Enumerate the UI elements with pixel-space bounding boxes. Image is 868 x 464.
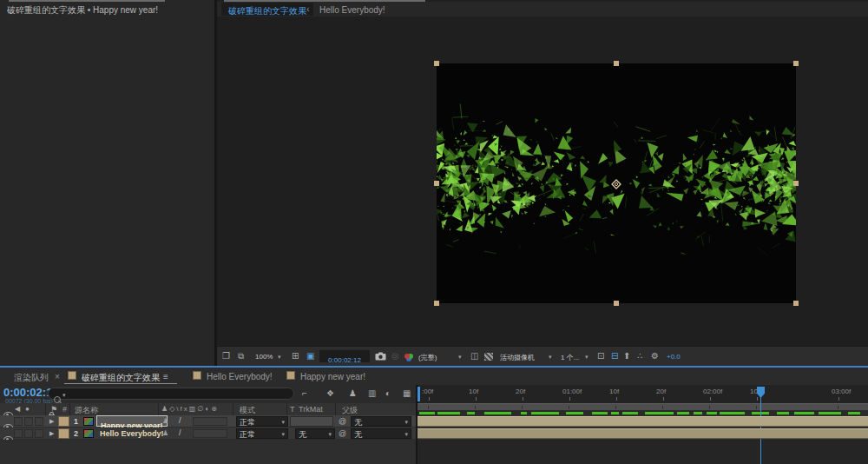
- zoom-level-dropdown[interactable]: 100%: [255, 353, 273, 361]
- fast-previews-gear-icon[interactable]: ⚙: [651, 352, 659, 361]
- viewer-tab-active-label: 破碎重组的文字效果: [228, 6, 306, 16]
- view-count-dropdown[interactable]: 1 个...: [561, 353, 579, 362]
- layer-bar-2[interactable]: [418, 428, 868, 439]
- search-input[interactable]: ▾: [48, 388, 294, 400]
- layer-label-color[interactable]: [58, 416, 69, 427]
- grid-guides-icon[interactable]: ⊞: [292, 352, 299, 361]
- panel-menu-icon[interactable]: ≡: [163, 372, 168, 381]
- selection-handle[interactable]: [434, 61, 439, 66]
- ruler-label: 10f: [609, 388, 619, 395]
- shy-switch-icon[interactable]: ♟: [162, 417, 168, 425]
- mode-dropdown[interactable]: 正常 ▾: [236, 428, 288, 439]
- parent-pickwhip-icon[interactable]: @: [339, 417, 346, 426]
- mode-caret-icon: ▾: [281, 429, 285, 440]
- monitor-icon[interactable]: ⧉: [238, 352, 244, 361]
- composition-flowchart-icon[interactable]: ∴: [637, 352, 642, 361]
- cache-dash: [707, 412, 717, 414]
- motion-blur-icon[interactable]: ◐: [385, 389, 391, 398]
- layer-name[interactable]: Hello Everybody!: [100, 429, 164, 438]
- selection-handle[interactable]: [614, 61, 619, 66]
- ruler-tick: [710, 397, 711, 401]
- time-ruler[interactable]: :00f10f20f01:00f10f20f02:00f10f03:00f: [418, 385, 868, 403]
- selection-handle[interactable]: [434, 181, 439, 186]
- parent-pickwhip-icon[interactable]: @: [339, 429, 346, 438]
- quality-switch-icon[interactable]: /: [179, 428, 181, 437]
- pixel-aspect-icon[interactable]: ⊟: [611, 352, 618, 361]
- layer-bar-1[interactable]: [418, 416, 868, 427]
- cache-dash: [566, 412, 583, 414]
- t-column-header[interactable]: T: [290, 405, 295, 414]
- number-column-header[interactable]: #: [62, 405, 67, 414]
- graph-editor-icon[interactable]: ▦: [403, 389, 411, 398]
- timeline-track-area[interactable]: [418, 440, 868, 464]
- region-of-interest-icon[interactable]: ◫: [470, 352, 478, 361]
- cache-dash: [611, 412, 620, 414]
- expand-arrow-icon[interactable]: ▶: [49, 418, 54, 425]
- exposure-value[interactable]: +0.0: [667, 353, 681, 361]
- composition-frame[interactable]: [437, 63, 796, 303]
- work-area-tick: [662, 406, 663, 409]
- hide-shy-layers-icon[interactable]: ♟: [349, 389, 357, 398]
- selection-handle[interactable]: [793, 61, 799, 66]
- tab-render-queue[interactable]: 渲染队列: [14, 372, 49, 384]
- frame-blending-icon[interactable]: ▥: [368, 389, 376, 398]
- mode-value: 正常: [240, 430, 255, 439]
- camera-view-dropdown[interactable]: 活动摄像机: [500, 353, 535, 362]
- timeline-tab-bar: 渲染队列 × 破碎重组的文字效果 ≡ Hello Everybody! Happ…: [0, 368, 868, 385]
- trkmat-column-header[interactable]: TrkMat: [299, 405, 323, 414]
- timeline-empty-area[interactable]: [0, 440, 418, 464]
- tab-close-icon[interactable]: ×: [55, 372, 60, 381]
- resolution-caret-icon[interactable]: ▾: [458, 354, 462, 361]
- parent-dropdown[interactable]: 无 ▾: [351, 416, 411, 427]
- ruler-tick: [476, 397, 477, 401]
- layer-panel: 破碎重组的文字效果 • Happy new year!: [0, 0, 214, 366]
- shy-switch-icon[interactable]: ♟: [162, 429, 168, 437]
- show-channels-icon[interactable]: [404, 354, 410, 359]
- comp-mini-flowchart-icon[interactable]: ⌐: [302, 389, 307, 398]
- tab-happy-new-year[interactable]: Happy new year!: [300, 372, 365, 381]
- viewer-viewport[interactable]: [217, 17, 868, 346]
- layer-row-1[interactable]: ▶ 1 Happy new year! ♟ / 正常 ▾ @ 无 ▾: [0, 415, 418, 428]
- quality-switch-icon[interactable]: /: [179, 416, 181, 425]
- parent-caret-icon: ▾: [404, 429, 408, 440]
- tab-main-active[interactable]: 破碎重组的文字效果 ≡: [64, 369, 177, 383]
- export-frame-icon[interactable]: ⬆: [623, 352, 630, 361]
- after-effects-window: 破碎重组的文字效果 • Happy new year! 破碎重组的文字效果 ‹ …: [0, 0, 868, 464]
- selection-handle[interactable]: [614, 301, 619, 306]
- zoom-level-value: 100%: [255, 353, 273, 361]
- transparency-grid-icon[interactable]: [484, 353, 493, 361]
- timeline-header-row: ◀ ● ⚑ # 源名称 ♟◇\fx▥∅◐⊕ 模式 T TrkMat 父级: [0, 403, 418, 415]
- zoom-caret-icon[interactable]: ▾: [278, 354, 281, 361]
- parent-dropdown[interactable]: 无 ▾: [351, 428, 411, 439]
- camera-caret-icon[interactable]: ▾: [549, 354, 552, 361]
- parent-value: 无: [354, 418, 362, 427]
- viewer-timecode-chip[interactable]: 0:00:02:12: [319, 350, 370, 362]
- viewer-back-icon[interactable]: ‹: [306, 3, 310, 14]
- parent-caret-icon: ▾: [404, 417, 408, 428]
- show-snapshot-icon[interactable]: ◎: [391, 352, 399, 361]
- draft-3d-icon[interactable]: ❖: [326, 389, 334, 398]
- selection-handle[interactable]: [793, 301, 799, 306]
- expand-arrow-icon[interactable]: ▶: [49, 430, 54, 437]
- selection-handle[interactable]: [793, 181, 799, 186]
- layer-name-selected[interactable]: Happy new year!: [96, 415, 168, 427]
- viewer-lock-icon[interactable]: ❐: [222, 352, 230, 361]
- view-layout-icon[interactable]: ⊡: [597, 352, 604, 361]
- viewer-tab-active[interactable]: 破碎重组的文字效果: [221, 3, 313, 16]
- mode-dropdown[interactable]: 正常 ▾: [236, 416, 288, 427]
- viewer-tab-secondary[interactable]: Hello Everybody!: [319, 5, 385, 15]
- layer-label-color[interactable]: [58, 428, 69, 439]
- layer-panel-tab[interactable]: 破碎重组的文字效果 • Happy new year!: [7, 4, 158, 17]
- view-count-caret-icon[interactable]: ▾: [585, 354, 589, 361]
- time-navigator-start[interactable]: [418, 387, 420, 401]
- anchor-point-icon[interactable]: [610, 178, 622, 190]
- resolution-dropdown[interactable]: (完整): [418, 353, 437, 362]
- work-area-bar[interactable]: [418, 403, 868, 410]
- tab-hello-everybody[interactable]: Hello Everybody!: [207, 372, 273, 381]
- layer-row-2[interactable]: ▶ 2 Hello Everybody! ♟ / 正常 ▾ 无 ▾ @ 无 ▾: [0, 428, 418, 440]
- mask-roi-icon[interactable]: ▣: [306, 352, 314, 361]
- selection-handle[interactable]: [434, 301, 439, 306]
- snapshot-camera-icon[interactable]: [375, 352, 386, 361]
- trkmat-dropdown[interactable]: 无 ▾: [295, 428, 335, 439]
- camera-view-value: 活动摄像机: [500, 354, 535, 361]
